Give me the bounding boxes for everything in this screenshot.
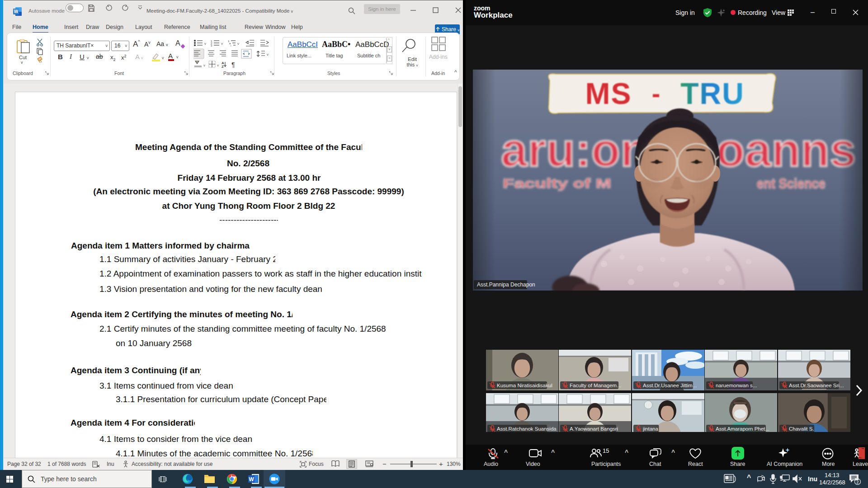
svg-text:Z: Z — [222, 65, 224, 69]
svg-text:Asst.Pannipa Dechapon: Asst.Pannipa Dechapon — [477, 282, 535, 288]
svg-text:W: W — [14, 9, 19, 14]
svg-text:Asst.Amaraporn Phet...: Asst.Amaraporn Phet... — [716, 426, 769, 432]
svg-text:v: v — [267, 52, 269, 56]
svg-text:v: v — [204, 42, 206, 46]
svg-text:jintana: jintana — [642, 426, 658, 432]
svg-text:v: v — [203, 63, 205, 67]
svg-text:v: v — [221, 42, 223, 46]
svg-text:¶: ¶ — [231, 61, 235, 68]
svg-text:v: v — [176, 55, 179, 59]
svg-text:Kusuma Niratisaidisakul: Kusuma Niratisaidisakul — [497, 383, 552, 388]
svg-text:Faculty of M: Faculty of M — [503, 176, 611, 191]
svg-text:Asst.Ratchanok Suansida: Asst.Ratchanok Suansida — [497, 426, 557, 432]
svg-text:v: v — [217, 63, 219, 67]
svg-text:Chavalit S.: Chavalit S. — [789, 426, 814, 432]
svg-text:ent Science: ent Science — [757, 175, 826, 192]
svg-text:W: W — [249, 476, 254, 483]
svg-text:A: A — [168, 52, 173, 60]
svg-text:3: 3 — [211, 44, 212, 47]
svg-text:A.Yaowanart Bangsri: A.Yaowanart Bangsri — [570, 426, 618, 432]
svg-text:naruemonwan s...: naruemonwan s... — [716, 383, 757, 388]
svg-text:-: - — [652, 79, 660, 108]
svg-text:v: v — [237, 42, 239, 46]
svg-text:TRU: TRU — [680, 77, 745, 110]
svg-text:v: v — [162, 56, 164, 60]
svg-text:i: i — [231, 44, 231, 47]
svg-text:Asst.Dr.Usanee Jittim...: Asst.Dr.Usanee Jittim... — [643, 383, 697, 388]
svg-text:Asst.Dr.Saowanee Sri...: Asst.Dr.Saowanee Sri... — [789, 383, 844, 388]
svg-text:MS: MS — [585, 77, 632, 110]
svg-text:Faculty of Managem...: Faculty of Managem... — [570, 383, 621, 388]
svg-text:2: 2 — [856, 479, 859, 484]
